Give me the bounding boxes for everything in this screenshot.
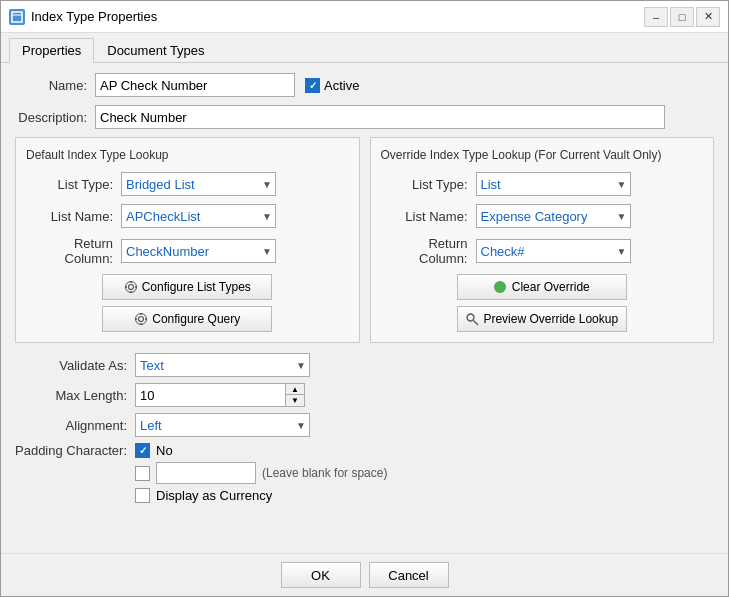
gear2-icon (134, 312, 148, 326)
gear-icon (124, 280, 138, 294)
description-input[interactable] (95, 105, 665, 129)
default-list-name-row: List Name: APCheckList ▼ (26, 204, 349, 228)
override-list-name-wrapper: Expense Category ▼ (476, 204, 631, 228)
alignment-row: Alignment: Left Center Right ▼ (15, 413, 714, 437)
default-return-col-row: Return Column: CheckNumber ▼ (26, 236, 349, 266)
currency-container: Display as Currency (135, 488, 272, 503)
configure-query-button[interactable]: Configure Query (102, 306, 272, 332)
max-length-row: Max Length: ▲ ▼ (15, 383, 714, 407)
default-return-col-select[interactable]: CheckNumber (121, 239, 276, 263)
default-panel: Default Index Type Lookup List Type: Bri… (15, 137, 360, 343)
override-list-type-row: List Type: List Bridged List None ▼ (381, 172, 704, 196)
default-list-type-wrapper: Bridged List List None ▼ (121, 172, 276, 196)
padding-no-checkbox[interactable] (135, 443, 150, 458)
default-list-type-row: List Type: Bridged List List None ▼ (26, 172, 349, 196)
padding-inner: No (Leave blank for space) (135, 443, 387, 484)
padding-no-line: No (135, 443, 387, 458)
currency-checkbox[interactable] (135, 488, 150, 503)
override-list-name-label: List Name: (381, 209, 476, 224)
name-input[interactable] (95, 73, 295, 97)
validate-as-row: Validate As: Text Number Date ▼ (15, 353, 714, 377)
max-length-input[interactable] (135, 383, 285, 407)
configure-list-types-label: Configure List Types (142, 280, 251, 294)
padding-text-input[interactable] (156, 462, 256, 484)
svg-point-9 (136, 314, 147, 325)
clear-override-button[interactable]: Clear Override (457, 274, 627, 300)
default-list-name-label: List Name: (26, 209, 121, 224)
default-list-name-select[interactable]: APCheckList (121, 204, 276, 228)
close-button[interactable]: ✕ (696, 7, 720, 27)
maximize-button[interactable]: □ (670, 7, 694, 27)
tab-properties[interactable]: Properties (9, 38, 94, 63)
title-bar-left: Index Type Properties (9, 9, 157, 25)
override-return-col-select[interactable]: Check# (476, 239, 631, 263)
override-return-col-wrapper: Check# ▼ (476, 239, 631, 263)
padding-no-label: No (156, 443, 173, 458)
svg-point-2 (128, 285, 133, 290)
validate-as-wrapper: Text Number Date ▼ (135, 353, 310, 377)
ok-button[interactable]: OK (281, 562, 361, 588)
padding-label: Padding Character: (15, 443, 135, 458)
tab-document-types[interactable]: Document Types (94, 38, 217, 63)
override-list-type-label: List Type: (381, 177, 476, 192)
alignment-wrapper: Left Center Right ▼ (135, 413, 310, 437)
app-icon (9, 9, 25, 25)
override-list-type-wrapper: List Bridged List None ▼ (476, 172, 631, 196)
override-list-name-row: List Name: Expense Category ▼ (381, 204, 704, 228)
validate-as-select[interactable]: Text Number Date (135, 353, 310, 377)
window-controls: – □ ✕ (644, 7, 720, 27)
default-list-name-wrapper: APCheckList ▼ (121, 204, 276, 228)
svg-point-8 (139, 317, 144, 322)
max-length-container: ▲ ▼ (135, 383, 305, 407)
window-title: Index Type Properties (31, 9, 157, 24)
currency-label: Display as Currency (156, 488, 272, 503)
description-label: Description: (15, 110, 95, 125)
main-window: Index Type Properties – □ ✕ Properties D… (0, 0, 729, 597)
content-area: Name: Active Description: Default Index … (1, 63, 728, 553)
override-return-col-label: Return Column: (381, 236, 476, 266)
preview-override-button[interactable]: Preview Override Lookup (457, 306, 627, 332)
cancel-button[interactable]: Cancel (369, 562, 449, 588)
padding-blank-line: (Leave blank for space) (135, 462, 387, 484)
default-return-col-wrapper: CheckNumber ▼ (121, 239, 276, 263)
override-panel-buttons: Clear Override Preview Override Lookup (381, 274, 704, 332)
minimize-button[interactable]: – (644, 7, 668, 27)
active-checkbox[interactable] (305, 78, 320, 93)
svg-point-3 (125, 282, 136, 293)
override-list-name-select[interactable]: Expense Category (476, 204, 631, 228)
max-length-label: Max Length: (15, 388, 135, 403)
tab-bar: Properties Document Types (1, 33, 728, 63)
default-return-col-label: Return Column: (26, 236, 121, 266)
max-length-up-button[interactable]: ▲ (286, 384, 304, 395)
configure-query-label: Configure Query (152, 312, 240, 326)
clear-override-label: Clear Override (512, 280, 590, 294)
max-length-down-button[interactable]: ▼ (286, 395, 304, 406)
svg-point-14 (467, 314, 474, 321)
padding-hint: (Leave blank for space) (262, 466, 387, 480)
preview-override-label: Preview Override Lookup (483, 312, 618, 326)
default-list-type-select[interactable]: Bridged List List None (121, 172, 276, 196)
alignment-select[interactable]: Left Center Right (135, 413, 310, 437)
padding-row: Padding Character: No (Leave blank for s… (15, 443, 714, 484)
active-label: Active (324, 78, 359, 93)
panels-row: Default Index Type Lookup List Type: Bri… (15, 137, 714, 343)
currency-row: Display as Currency (15, 488, 714, 503)
padding-blank-checkbox[interactable] (135, 466, 150, 481)
title-bar: Index Type Properties – □ ✕ (1, 1, 728, 33)
bottom-form: Validate As: Text Number Date ▼ Max Leng… (15, 353, 714, 521)
override-panel-title: Override Index Type Lookup (For Current … (381, 148, 704, 162)
validate-as-label: Validate As: (15, 358, 135, 373)
svg-line-15 (474, 321, 479, 326)
svg-rect-0 (12, 12, 22, 22)
override-panel: Override Index Type Lookup (For Current … (370, 137, 715, 343)
configure-list-types-button[interactable]: Configure List Types (102, 274, 272, 300)
search-icon (465, 312, 479, 326)
override-return-col-row: Return Column: Check# ▼ (381, 236, 704, 266)
description-row: Description: (15, 105, 714, 129)
override-list-type-select[interactable]: List Bridged List None (476, 172, 631, 196)
default-panel-title: Default Index Type Lookup (26, 148, 349, 162)
green-dot-icon (494, 281, 506, 293)
default-list-type-label: List Type: (26, 177, 121, 192)
default-panel-buttons: Configure List Types Configure Query (26, 274, 349, 332)
alignment-label: Alignment: (15, 418, 135, 433)
